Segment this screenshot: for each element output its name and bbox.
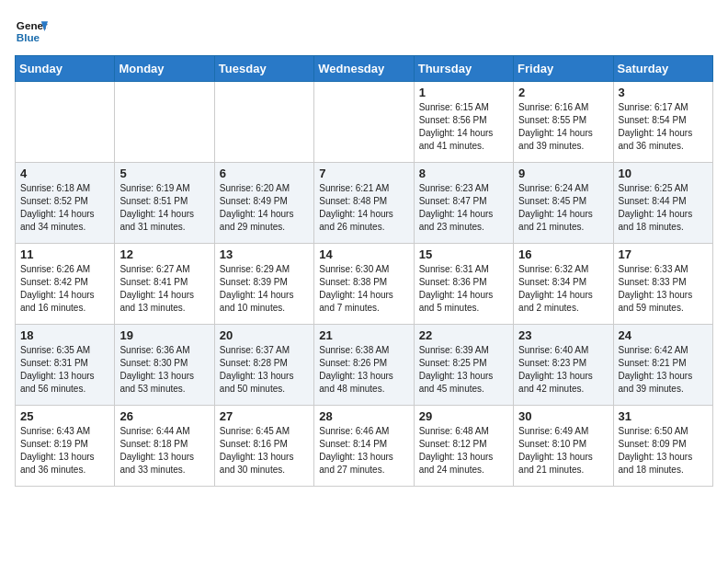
col-wednesday: Wednesday — [314, 56, 414, 82]
cell-info: and 26 minutes. — [319, 221, 408, 234]
cell-info: Daylight: 13 hours — [220, 451, 309, 464]
day-number: 14 — [319, 247, 408, 261]
cell-info: and 29 minutes. — [220, 221, 309, 234]
cell-info: Daylight: 14 hours — [619, 127, 708, 140]
cell-info: Sunset: 8:34 PM — [518, 276, 608, 289]
cell-info: Sunrise: 6:26 AM — [20, 263, 109, 276]
cell-info: Daylight: 13 hours — [319, 370, 408, 383]
cell-info: and 27 minutes. — [319, 464, 408, 477]
calendar-cell: 9Sunrise: 6:24 AMSunset: 8:45 PMDaylight… — [514, 163, 613, 244]
cell-info: and 21 minutes. — [518, 464, 608, 477]
cell-info: Sunset: 8:16 PM — [220, 438, 309, 451]
cell-info: and 50 minutes. — [220, 383, 309, 396]
calendar-cell: 8Sunrise: 6:23 AMSunset: 8:47 PMDaylight… — [414, 163, 513, 244]
cell-info: Daylight: 14 hours — [119, 289, 209, 302]
calendar-cell: 29Sunrise: 6:48 AMSunset: 8:12 PMDayligh… — [414, 406, 513, 487]
calendar-cell: 17Sunrise: 6:33 AMSunset: 8:33 PMDayligh… — [613, 244, 712, 325]
calendar-cell: 7Sunrise: 6:21 AMSunset: 8:48 PMDaylight… — [314, 163, 414, 244]
calendar-cell: 5Sunrise: 6:19 AMSunset: 8:51 PMDaylight… — [115, 163, 214, 244]
cell-info: Daylight: 13 hours — [518, 370, 608, 383]
cell-info: and 2 minutes. — [518, 302, 608, 315]
cell-info: and 21 minutes. — [518, 221, 608, 234]
calendar-cell: 19Sunrise: 6:36 AMSunset: 8:30 PMDayligh… — [115, 325, 214, 406]
cell-info: Daylight: 14 hours — [419, 208, 508, 221]
day-number: 25 — [20, 409, 109, 423]
cell-info: and 48 minutes. — [319, 383, 408, 396]
cell-info: Daylight: 13 hours — [619, 451, 708, 464]
col-saturday: Saturday — [613, 56, 712, 82]
cell-info: Daylight: 14 hours — [220, 208, 309, 221]
calendar-cell: 26Sunrise: 6:44 AMSunset: 8:18 PMDayligh… — [115, 406, 214, 487]
calendar-cell: 12Sunrise: 6:27 AMSunset: 8:41 PMDayligh… — [115, 244, 214, 325]
cell-info: Sunrise: 6:40 AM — [518, 344, 608, 357]
calendar-cell: 25Sunrise: 6:43 AMSunset: 8:19 PMDayligh… — [16, 406, 115, 487]
logo-icon: General Blue — [15, 15, 48, 48]
cell-info: and 13 minutes. — [119, 302, 209, 315]
day-number: 21 — [319, 328, 408, 342]
cell-info: and 36 minutes. — [20, 464, 109, 477]
calendar-table: SundayMondayTuesdayWednesdayThursdayFrid… — [15, 55, 713, 487]
day-number: 20 — [220, 328, 309, 342]
cell-info: and 24 minutes. — [419, 464, 508, 477]
cell-info: Sunset: 8:09 PM — [619, 438, 708, 451]
cell-info: Sunset: 8:21 PM — [619, 357, 708, 370]
calendar-cell: 1Sunrise: 6:15 AMSunset: 8:56 PMDaylight… — [414, 82, 513, 163]
day-number: 5 — [119, 167, 209, 180]
calendar-cell: 6Sunrise: 6:20 AMSunset: 8:49 PMDaylight… — [214, 163, 313, 244]
cell-info: Daylight: 14 hours — [20, 208, 109, 221]
cell-info: Sunrise: 6:35 AM — [20, 344, 109, 357]
cell-info: Sunrise: 6:46 AM — [319, 425, 408, 438]
day-number: 11 — [20, 247, 109, 261]
calendar-cell: 13Sunrise: 6:29 AMSunset: 8:39 PMDayligh… — [214, 244, 313, 325]
day-number: 30 — [518, 409, 608, 423]
cell-info: Daylight: 13 hours — [419, 370, 508, 383]
calendar-cell: 27Sunrise: 6:45 AMSunset: 8:16 PMDayligh… — [214, 406, 313, 487]
cell-info: Sunset: 8:39 PM — [220, 276, 309, 289]
calendar-cell: 2Sunrise: 6:16 AMSunset: 8:55 PMDaylight… — [514, 82, 613, 163]
day-number: 10 — [619, 167, 708, 180]
calendar-cell: 23Sunrise: 6:40 AMSunset: 8:23 PMDayligh… — [514, 325, 613, 406]
cell-info: and 59 minutes. — [619, 302, 708, 315]
cell-info: Sunset: 8:47 PM — [419, 195, 508, 208]
cell-info: and 36 minutes. — [619, 140, 708, 153]
day-number: 28 — [319, 409, 408, 423]
cell-info: Daylight: 14 hours — [319, 208, 408, 221]
cell-info: Sunrise: 6:38 AM — [319, 344, 408, 357]
cell-info: and 18 minutes. — [619, 464, 708, 477]
cell-info: Sunrise: 6:42 AM — [619, 344, 708, 357]
col-tuesday: Tuesday — [214, 56, 313, 82]
calendar-week-1: 1Sunrise: 6:15 AMSunset: 8:56 PMDaylight… — [16, 82, 713, 163]
calendar-cell: 31Sunrise: 6:50 AMSunset: 8:09 PMDayligh… — [613, 406, 712, 487]
calendar-cell: 20Sunrise: 6:37 AMSunset: 8:28 PMDayligh… — [214, 325, 313, 406]
calendar-header-row: SundayMondayTuesdayWednesdayThursdayFrid… — [16, 56, 713, 82]
col-friday: Friday — [514, 56, 613, 82]
cell-info: Sunrise: 6:27 AM — [119, 263, 209, 276]
cell-info: Sunset: 8:18 PM — [119, 438, 209, 451]
cell-info: and 30 minutes. — [220, 464, 309, 477]
cell-info: Sunrise: 6:31 AM — [419, 263, 508, 276]
cell-info: and 34 minutes. — [20, 221, 109, 234]
cell-info: and 53 minutes. — [119, 383, 209, 396]
cell-info: and 39 minutes. — [518, 140, 608, 153]
cell-info: Sunrise: 6:17 AM — [619, 101, 708, 114]
svg-text:Blue: Blue — [17, 31, 40, 43]
col-monday: Monday — [115, 56, 214, 82]
cell-info: and 41 minutes. — [419, 140, 508, 153]
calendar-cell: 4Sunrise: 6:18 AMSunset: 8:52 PMDaylight… — [16, 163, 115, 244]
cell-info: Sunrise: 6:48 AM — [419, 425, 508, 438]
cell-info: Sunset: 8:48 PM — [319, 195, 408, 208]
day-number: 12 — [119, 247, 209, 261]
cell-info: Sunrise: 6:37 AM — [220, 344, 309, 357]
cell-info: Sunset: 8:23 PM — [518, 357, 608, 370]
day-number: 19 — [119, 328, 209, 342]
cell-info: Sunrise: 6:25 AM — [619, 182, 708, 195]
cell-info: Daylight: 14 hours — [20, 289, 109, 302]
cell-info: Sunset: 8:42 PM — [20, 276, 109, 289]
calendar-cell — [214, 82, 313, 163]
cell-info: Sunset: 8:33 PM — [619, 276, 708, 289]
cell-info: and 16 minutes. — [20, 302, 109, 315]
cell-info: and 39 minutes. — [619, 383, 708, 396]
day-number: 29 — [419, 409, 508, 423]
cell-info: and 45 minutes. — [419, 383, 508, 396]
cell-info: Sunrise: 6:29 AM — [220, 263, 309, 276]
